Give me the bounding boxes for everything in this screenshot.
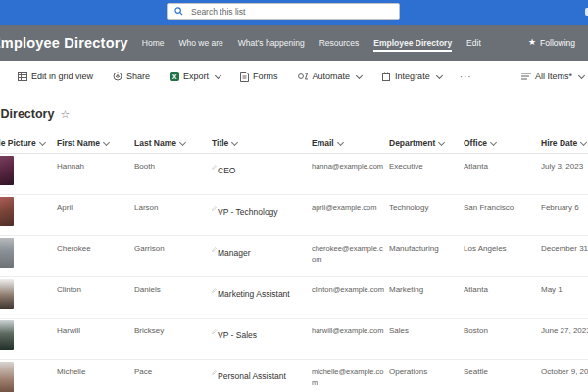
chevron-down-icon (580, 138, 587, 145)
search-icon (174, 7, 183, 16)
suite-bar (0, 0, 588, 24)
cell-title[interactable]: VP - Technology (212, 195, 312, 235)
following-button[interactable]: ★ Following (528, 38, 575, 48)
cell-department: Executive (389, 154, 464, 194)
nav-item-employee-directory[interactable]: Employee Directory (373, 34, 452, 52)
table-row[interactable]: Harwill Bricksey VP - Sales harwill@exam… (0, 318, 588, 360)
cell-title[interactable]: VP - Sales (212, 318, 312, 359)
cell-hire-date: May 1 (541, 277, 588, 318)
chevron-down-icon (490, 138, 497, 145)
column-header-profile-picture[interactable]: Profile Picture (0, 138, 57, 148)
list-title: Employee Directory (0, 107, 54, 121)
cell-last-name: Larson (134, 195, 212, 235)
table-row[interactable]: Hannah Booth CEO hanna@example.com Execu… (0, 154, 588, 195)
cell-email: april@example.com (312, 195, 389, 235)
edit-pencil-icon (212, 325, 217, 338)
cell-last-name: Garrison (134, 236, 212, 276)
cell-email: harwill@example.com (312, 318, 389, 359)
cell-last-name: Daniels (134, 277, 212, 318)
chevron-down-icon (356, 72, 363, 78)
export-button[interactable]: X Export (160, 72, 230, 81)
table-row[interactable]: Clinton Daniels Marketing Assistant clin… (0, 277, 588, 318)
cell-office: San Francisco (464, 195, 541, 235)
nav-item-home[interactable]: Home (142, 34, 165, 52)
command-bar: Edit in grid view Share X Export Forms A… (0, 61, 588, 92)
table-row[interactable]: Cherokee Garrison Manager cherokee@examp… (0, 236, 588, 277)
column-header-title[interactable]: Title (212, 138, 312, 148)
profile-photo (0, 279, 14, 309)
table-row[interactable]: April Larson VP - Technology april@examp… (0, 195, 588, 236)
flow-icon (298, 72, 309, 81)
search-input[interactable] (189, 6, 369, 18)
share-icon (113, 72, 122, 81)
more-commands-button[interactable]: ··· (452, 72, 480, 82)
cell-first-name: Clinton (57, 277, 134, 318)
favorite-star-icon[interactable]: ☆ (60, 108, 70, 121)
cell-email: michelle@example.com (312, 360, 389, 392)
chevron-down-icon (103, 138, 110, 145)
column-header-hire-date[interactable]: Hire Date (541, 138, 588, 148)
view-selector-label: All Items* (535, 72, 572, 81)
automate-label: Automate (313, 72, 351, 81)
edit-grid-view-button[interactable]: Edit in grid view (8, 72, 103, 81)
following-label: Following (540, 38, 575, 48)
chevron-down-icon (337, 138, 344, 145)
chevron-down-icon (179, 138, 186, 145)
edit-pencil-icon (212, 367, 217, 379)
column-header-email[interactable]: Email (312, 138, 389, 148)
edit-grid-view-label: Edit in grid view (31, 72, 93, 81)
cell-email: clinton@example.com (312, 277, 389, 318)
cell-department: Manufacturing (389, 236, 464, 276)
export-label: Export (183, 72, 209, 81)
cell-title[interactable]: Personal Assistant (212, 360, 312, 392)
profile-photo (0, 197, 14, 226)
chevron-down-icon (231, 138, 238, 145)
nav-item-who-we-are[interactable]: Who we are (178, 34, 222, 52)
chevron-down-icon (436, 72, 443, 78)
chevron-down-icon (39, 138, 46, 145)
integrate-label: Integrate (395, 72, 430, 81)
view-selector-button[interactable]: All Items* (521, 72, 586, 81)
share-button[interactable]: Share (103, 72, 160, 81)
cell-office: Atlanta (464, 154, 541, 194)
nav-item-edit[interactable]: Edit (466, 34, 481, 52)
cell-office: Seattle (464, 360, 541, 392)
site-nav: Employee Directory Home Who we are What'… (0, 24, 588, 61)
cell-department: Sales (389, 318, 464, 359)
cell-hire-date: October 9, 2023 (541, 360, 588, 392)
nav-item-whats-happening[interactable]: What's happening (238, 34, 305, 52)
edit-pencil-icon (212, 284, 217, 297)
cell-title[interactable]: Manager (212, 236, 312, 276)
nav-item-resources[interactable]: Resources (319, 34, 360, 52)
column-header-office[interactable]: Office (464, 138, 541, 148)
column-header-department[interactable]: Department (389, 138, 464, 148)
excel-icon: X (170, 72, 179, 81)
cell-last-name: Pace (134, 360, 212, 392)
share-label: Share (126, 72, 150, 81)
column-header-last-name[interactable]: Last Name (134, 138, 212, 148)
cell-hire-date: June 27, 2023 (541, 318, 588, 359)
automate-button[interactable]: Automate (288, 72, 372, 81)
forms-button[interactable]: Forms (230, 72, 288, 82)
cell-last-name: Booth (134, 154, 212, 194)
cell-first-name: Cherokee (57, 236, 134, 276)
cell-title[interactable]: CEO (212, 154, 312, 194)
cell-hire-date: February 6 (541, 195, 588, 235)
cell-hire-date: July 3, 2023 (541, 154, 588, 194)
cell-first-name: Michelle (57, 360, 134, 392)
integrate-icon (381, 72, 391, 81)
cell-last-name: Bricksey (134, 318, 212, 359)
chevron-down-icon (578, 72, 585, 78)
search-box[interactable] (167, 3, 400, 20)
cell-department: Operations (389, 360, 464, 392)
column-header-first-name[interactable]: First Name (57, 138, 134, 148)
integrate-button[interactable]: Integrate (371, 72, 452, 81)
cell-first-name: Harwill (57, 318, 134, 359)
profile-photo (0, 156, 14, 185)
cell-title[interactable]: Marketing Assistant (212, 277, 312, 318)
cell-office: Los Angeles (464, 236, 541, 276)
grid-icon (18, 72, 27, 81)
edit-pencil-icon (212, 202, 217, 215)
profile-photo (0, 320, 14, 350)
table-row[interactable]: Michelle Pace Personal Assistant michell… (0, 360, 588, 392)
